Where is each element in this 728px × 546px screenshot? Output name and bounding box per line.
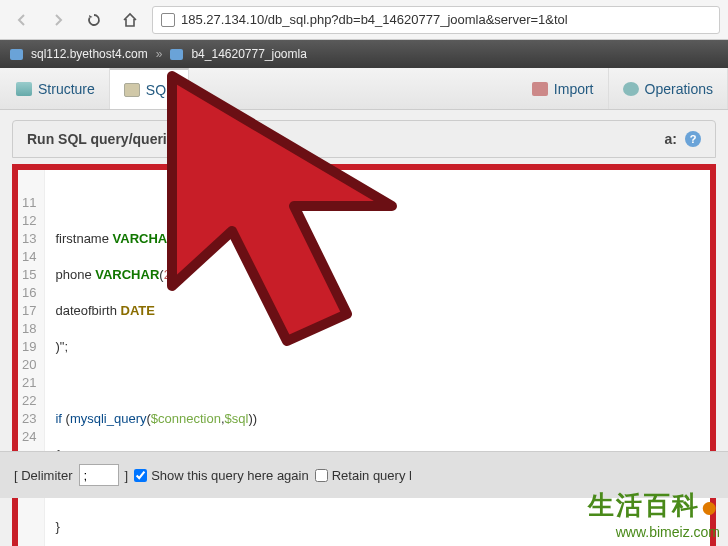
tab-label: Structure <box>38 81 95 97</box>
tab-label: Operations <box>645 81 713 97</box>
url-text: 185.27.134.10/db_sql.php?db=b4_14620777_… <box>181 12 568 27</box>
structure-icon <box>16 82 32 96</box>
help-icon[interactable]: ? <box>685 131 701 147</box>
tab-label: Import <box>554 81 594 97</box>
retain-checkbox[interactable]: Retain query l <box>315 468 412 483</box>
database-icon <box>170 49 183 60</box>
page-icon <box>161 13 175 27</box>
query-header: Run SQL query/queries on a: ? <box>12 120 716 158</box>
watermark: 生活百科● www.bimeiz.com <box>588 488 720 540</box>
retain-input[interactable] <box>315 469 328 482</box>
delimiter-label-close: ] <box>125 468 129 483</box>
home-button[interactable] <box>116 6 144 34</box>
breadcrumb-sep: » <box>156 47 163 61</box>
tabs-bar: Structure SQL Import Operations <box>0 68 728 110</box>
reload-button[interactable] <box>80 6 108 34</box>
tab-label: SQL <box>146 82 174 98</box>
show-again-checkbox[interactable]: Show this query here again <box>134 468 309 483</box>
tab-import[interactable]: Import <box>518 68 609 109</box>
forward-button[interactable] <box>44 6 72 34</box>
show-again-input[interactable] <box>134 469 147 482</box>
breadcrumb-server[interactable]: sql112.byethost4.com <box>31 47 148 61</box>
sql-icon <box>124 83 140 97</box>
tab-sql[interactable]: SQL <box>110 68 189 109</box>
url-bar[interactable]: 185.27.134.10/db_sql.php?db=b4_14620777_… <box>152 6 720 34</box>
tab-operations[interactable]: Operations <box>609 68 728 109</box>
delimiter-label-open: [ Delimiter <box>14 468 73 483</box>
tab-structure[interactable]: Structure <box>2 68 110 109</box>
query-header-prefix: Run SQL query/queries on <box>27 131 203 147</box>
tab-spacer <box>189 68 518 109</box>
import-icon <box>532 82 548 96</box>
back-button[interactable] <box>8 6 36 34</box>
delimiter-input[interactable] <box>79 464 119 486</box>
breadcrumb: sql112.byethost4.com » b4_14620777_jooml… <box>0 40 728 68</box>
query-header-suffix: a: <box>665 131 677 147</box>
browser-toolbar: 185.27.134.10/db_sql.php?db=b4_14620777_… <box>0 0 728 40</box>
server-icon <box>10 49 23 60</box>
operations-icon <box>623 82 639 96</box>
breadcrumb-db[interactable]: b4_14620777_joomla <box>191 47 306 61</box>
